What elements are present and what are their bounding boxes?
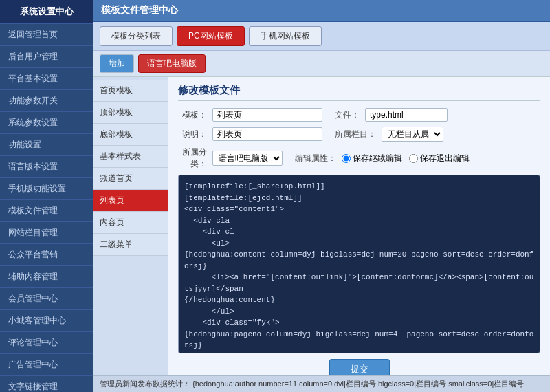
subnav-stylesheet[interactable]: 基本样式表 bbox=[93, 146, 168, 168]
footer-detail: {hedonghua:author number=11 column=0|dvi… bbox=[192, 380, 524, 388]
sidebar-item-members[interactable]: 会员管理中心 bbox=[0, 288, 93, 310]
sidebar-header: 系统设置中心 bbox=[0, 0, 93, 24]
category-label: 所属栏目： bbox=[335, 129, 376, 140]
subnav-secondmenu[interactable]: 二级菜单 bbox=[93, 234, 168, 256]
subnav-listpage[interactable]: 列表页 bbox=[93, 190, 168, 212]
subnav-homepage[interactable]: 首页模板 bbox=[93, 80, 168, 102]
tab-mobile-template[interactable]: 手机网站模板 bbox=[249, 26, 322, 46]
category-select[interactable]: 无栏目从属 bbox=[382, 127, 443, 142]
template-label: 模板： bbox=[178, 109, 207, 121]
lang-button[interactable]: 语言吧电脑版 bbox=[138, 54, 206, 73]
edit-title: 修改模板文件 bbox=[178, 84, 540, 101]
submit-row: 提交 bbox=[178, 359, 540, 375]
main-panel: 模板文件管理中心 模板分类列表 PC网站模板 手机网站模板 增加 语言吧电脑版 … bbox=[93, 0, 550, 392]
desc-input[interactable] bbox=[212, 127, 322, 141]
code-editor[interactable]: [templatefile:[_shareTop.html]] [templat… bbox=[178, 175, 540, 353]
sidebar-item-funcsettings[interactable]: 功能设置 bbox=[0, 134, 93, 156]
sidebar-item-funcswitch[interactable]: 功能参数开关 bbox=[0, 90, 93, 112]
add-button[interactable]: 增加 bbox=[100, 54, 134, 73]
sidebar-item-users[interactable]: 后台用户管理 bbox=[0, 46, 93, 68]
sidebar-item-lang[interactable]: 语言版本设置 bbox=[0, 156, 93, 178]
editmode-group: 保存继续编辑 保存退出编辑 bbox=[342, 153, 470, 164]
radio-exit[interactable]: 保存退出编辑 bbox=[409, 153, 470, 164]
sidebar-item-ads[interactable]: 广告管理中心 bbox=[0, 354, 93, 376]
tab-template-list[interactable]: 模板分类列表 bbox=[100, 26, 173, 46]
sidebar-item-wechat[interactable]: 公众平台营销 bbox=[0, 244, 93, 266]
sidebar-item-xiaocheng[interactable]: 小城客管理中心 bbox=[0, 310, 93, 332]
topbar: 模板文件管理中心 bbox=[93, 0, 550, 22]
sidebar-item-columns[interactable]: 网站栏目管理 bbox=[0, 222, 93, 244]
sidebar-item-template[interactable]: 模板文件管理 bbox=[0, 200, 93, 222]
classify-select[interactable]: 语言吧电脑版 bbox=[212, 151, 283, 166]
desc-label: 说明： bbox=[178, 129, 207, 140]
content-area: 首页模板 顶部模板 底部模板 基本样式表 频道首页 列表页 内容页 二级菜单 修… bbox=[93, 77, 550, 375]
sidebar-item-sysparams[interactable]: 系统参数设置 bbox=[0, 112, 93, 134]
template-row: 模板： 文件： bbox=[178, 108, 540, 122]
subnav-contentpage[interactable]: 内容页 bbox=[93, 212, 168, 234]
sidebar-item-mobile[interactable]: 手机版功能设置 bbox=[0, 178, 93, 200]
radio-exit-label: 保存退出编辑 bbox=[420, 153, 470, 164]
classify-row: 所属分类： 语言吧电脑版 编辑属性： 保存继续编辑 保存退出编辑 bbox=[178, 146, 540, 170]
tab-pc-template[interactable]: PC网站模板 bbox=[177, 26, 245, 46]
footer: 管理员新闻发布数据统计： {hedonghua:author number=11… bbox=[93, 375, 550, 392]
radio-continue-label: 保存继续编辑 bbox=[353, 153, 402, 164]
subnav-header[interactable]: 顶部模板 bbox=[93, 102, 168, 124]
desc-row: 说明： 所属栏目： 无栏目从属 bbox=[178, 127, 540, 142]
sidebar-item-textlinks[interactable]: 文字链接管理 bbox=[0, 376, 93, 392]
classify-label: 所属分类： bbox=[178, 146, 207, 170]
subnav-channel[interactable]: 频道首页 bbox=[93, 168, 168, 190]
radio-continue[interactable]: 保存继续编辑 bbox=[342, 153, 402, 164]
sidebar-item-platform[interactable]: 平台基本设置 bbox=[0, 68, 93, 90]
subnav-footer[interactable]: 底部模板 bbox=[93, 124, 168, 146]
footer-text: 管理员新闻发布数据统计： bbox=[100, 380, 190, 388]
editmode-label: 编辑属性： bbox=[295, 153, 336, 164]
sidebar-item-comments[interactable]: 评论管理中心 bbox=[0, 332, 93, 354]
tabbar: 模板分类列表 PC网站模板 手机网站模板 bbox=[93, 22, 550, 51]
file-label: 文件： bbox=[335, 109, 360, 121]
submit-button[interactable]: 提交 bbox=[329, 359, 390, 375]
subnav: 首页模板 顶部模板 底部模板 基本样式表 频道首页 列表页 内容页 二级菜单 bbox=[93, 77, 168, 375]
template-input[interactable] bbox=[212, 108, 322, 122]
file-input[interactable] bbox=[365, 108, 448, 122]
edit-panel: 修改模板文件 模板： 文件： 说明： 所属栏目： 无栏目从属 bbox=[168, 77, 550, 375]
sidebar-item-aux[interactable]: 辅助内容管理 bbox=[0, 266, 93, 288]
sidebar-item-return[interactable]: 返回管理首页 bbox=[0, 24, 93, 46]
page-title: 模板文件管理中心 bbox=[101, 4, 178, 15]
sidebar: 系统设置中心 返回管理首页 后台用户管理 平台基本设置 功能参数开关 系统参数设… bbox=[0, 0, 93, 392]
actionbar: 增加 语言吧电脑版 bbox=[93, 51, 550, 77]
